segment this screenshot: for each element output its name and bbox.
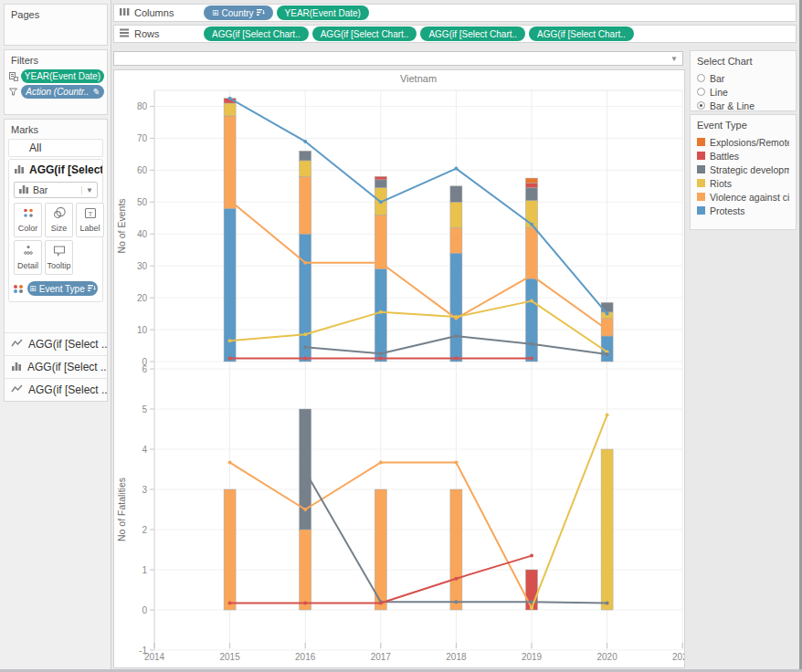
line-marker-battles[interactable]	[379, 602, 383, 605]
bar-segment-riots[interactable]	[450, 202, 462, 227]
line-marker-battles[interactable]	[303, 602, 307, 605]
line-marker-violence[interactable]	[606, 328, 609, 331]
legend-item[interactable]: Violence against civili..	[697, 190, 789, 204]
collapsed-mark-card[interactable]: AGG(if [Select ...	[5, 378, 107, 401]
bar-segment-strategic[interactable]	[450, 186, 462, 202]
shelf-pill[interactable]: AGG(if [Select Chart..	[529, 26, 634, 41]
marks-selected-row[interactable]: AGG(if [Select ...	[9, 160, 102, 180]
line-marker-protests[interactable]	[454, 167, 458, 171]
line-marker-battles[interactable]	[303, 357, 307, 361]
line-marker-riots[interactable]	[228, 339, 232, 342]
shelf-pill[interactable]: YEAR(Event Date)	[277, 5, 369, 20]
line-marker-strategic[interactable]	[303, 469, 307, 473]
bar-segment-protests[interactable]	[450, 253, 462, 362]
size-button[interactable]: Size	[45, 203, 73, 237]
bar-segment-battles[interactable]	[526, 570, 538, 610]
line-marker-battles[interactable]	[454, 577, 458, 581]
line-marker-violence[interactable]	[454, 461, 458, 465]
collapsed-mark-card[interactable]: AGG(if [Select ...	[5, 332, 107, 355]
line-marker-violence[interactable]	[379, 261, 383, 265]
line-protests[interactable]	[230, 99, 607, 314]
line-marker-strategic[interactable]	[454, 600, 458, 604]
color-button[interactable]: Color	[14, 203, 42, 237]
bar-segment-violence[interactable]	[450, 489, 462, 610]
line-marker-violence[interactable]	[228, 461, 232, 465]
line-marker-protests[interactable]	[606, 312, 609, 316]
filter-pill[interactable]: YEAR(Event Date)	[21, 69, 104, 83]
line-marker-protests[interactable]	[303, 140, 307, 143]
legend-item[interactable]: Explosions/Remote vi..	[697, 135, 789, 149]
line-marker-battles[interactable]	[228, 357, 232, 361]
line-marker-battles[interactable]	[454, 357, 458, 361]
detail-button[interactable]: Detail	[14, 240, 42, 275]
bar-segment-protests[interactable]	[300, 234, 311, 362]
bar-segment-riots[interactable]	[601, 449, 613, 610]
bar-segment-riots[interactable]	[300, 161, 311, 176]
bar-segment-violence[interactable]	[224, 116, 236, 208]
line-marker-riots[interactable]	[530, 299, 533, 303]
line-marker-battles[interactable]	[228, 602, 232, 605]
line-marker-riots[interactable]	[454, 315, 458, 319]
line-marker-violence[interactable]	[303, 508, 307, 511]
bar-segment-strategic[interactable]	[601, 302, 613, 311]
line-riots[interactable]	[532, 415, 607, 608]
line-violence[interactable]	[230, 201, 607, 331]
line-marker-strategic[interactable]	[454, 334, 458, 338]
radio-option-bar-line[interactable]: Bar & Line	[697, 99, 789, 112]
legend-item[interactable]: Battles	[697, 149, 789, 163]
bar-segment-violence[interactable]	[300, 176, 311, 234]
radio-icon[interactable]	[697, 101, 705, 110]
bar-segment-violence[interactable]	[450, 227, 462, 253]
line-marker-battles[interactable]	[530, 357, 533, 361]
line-marker-protests[interactable]	[530, 223, 533, 226]
mark-type-dropdown[interactable]: Bar ▼	[14, 182, 98, 198]
tooltip-button[interactable]: Tooltip	[45, 240, 73, 275]
event-type-pill[interactable]: ⊞ Event Type	[27, 281, 98, 296]
bar-segment-strategic[interactable]	[300, 409, 311, 530]
line-marker-strategic[interactable]	[379, 352, 383, 355]
line-marker-riots[interactable]	[606, 414, 609, 417]
line-marker-riots[interactable]	[379, 310, 383, 314]
shelf-pill[interactable]: AGG(if [Select Chart..	[204, 26, 309, 41]
bar-segment-explosions[interactable]	[526, 178, 538, 183]
line-marker-strategic[interactable]	[606, 602, 609, 605]
quick-filter-combobox[interactable]: ▼	[113, 51, 683, 66]
line-marker-battles[interactable]	[530, 554, 533, 558]
radio-option-bar[interactable]: Bar	[697, 71, 789, 85]
line-marker-violence[interactable]	[379, 461, 383, 465]
radio-icon[interactable]	[697, 88, 705, 96]
bar-segment-protests[interactable]	[224, 208, 236, 362]
line-marker-violence[interactable]	[303, 261, 307, 265]
bar-segment-violence[interactable]	[375, 489, 386, 610]
bar-segment-violence[interactable]	[526, 227, 538, 278]
line-marker-riots[interactable]	[530, 606, 533, 610]
radio-icon[interactable]	[697, 74, 705, 82]
legend-item[interactable]: Protests	[697, 204, 789, 217]
bar-segment-battles[interactable]	[375, 176, 386, 179]
legend-item[interactable]: Strategic developmen..	[697, 163, 789, 176]
marks-all-row[interactable]: All	[8, 139, 103, 157]
line-marker-strategic[interactable]	[530, 342, 533, 346]
bar-segment-protests[interactable]	[375, 269, 386, 362]
line-marker-battles[interactable]	[379, 357, 383, 361]
legend-item[interactable]: Riots	[697, 176, 789, 190]
shelf-pill[interactable]: AGG(if [Select Chart..	[420, 26, 525, 41]
bar-segment-strategic[interactable]	[375, 180, 386, 188]
collapsed-mark-card[interactable]: AGG(if [Select ...	[5, 355, 107, 378]
line-marker-protests[interactable]	[228, 97, 232, 100]
bar-segment-strategic[interactable]	[300, 151, 311, 160]
line-marker-strategic[interactable]	[606, 352, 609, 356]
filter-pill[interactable]: Action (Countr.. ✎	[21, 85, 104, 99]
bar-segment-protests[interactable]	[526, 278, 538, 362]
rows-shelf[interactable]: Rows AGG(if [Select Chart..AGG(if [Selec…	[113, 25, 797, 43]
line-marker-protests[interactable]	[379, 200, 383, 204]
pages-shelf[interactable]: Pages	[4, 4, 108, 46]
bar-segment-violence[interactable]	[224, 489, 236, 610]
line-marker-violence[interactable]	[228, 199, 232, 203]
radio-option-line[interactable]: Line	[697, 85, 789, 99]
line-marker-violence[interactable]	[530, 274, 533, 278]
bar-segment-strategic[interactable]	[526, 188, 538, 201]
bar-segment-battles[interactable]	[526, 183, 538, 187]
bar-segment-riots[interactable]	[224, 103, 236, 116]
shelf-pill[interactable]: ⊞ Country	[204, 5, 273, 20]
